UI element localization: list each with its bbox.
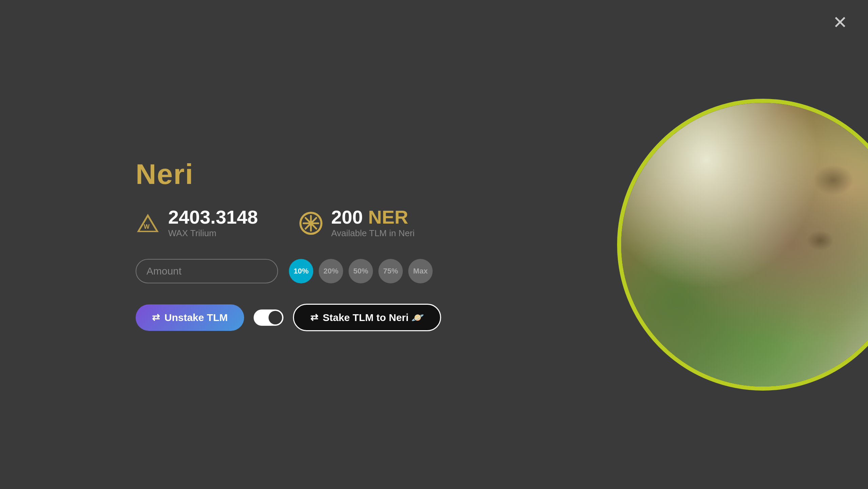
ner-stat-text: 200 NER Available TLM in Neri	[331, 208, 415, 239]
toggle-switch[interactable]	[254, 309, 283, 326]
svg-text:W: W	[144, 223, 150, 230]
percent-buttons: 10% 20% 50% 75% Max	[289, 259, 433, 283]
planet-title: Neri	[136, 158, 441, 191]
ner-label: Available TLM in Neri	[331, 228, 415, 239]
input-row: 10% 20% 50% 75% Max	[136, 259, 441, 283]
percent-50-button[interactable]: 50%	[349, 259, 373, 283]
wax-icon: W	[136, 211, 160, 236]
wax-value: 2403.3148	[168, 208, 258, 227]
ner-icon	[299, 211, 323, 236]
planet-image	[621, 103, 868, 387]
close-button[interactable]: ✕	[833, 14, 848, 31]
modal-content: Neri W 2403.3148 WAX Trilium	[136, 158, 441, 331]
stake-icon: ⇄	[310, 312, 318, 323]
stake-label: Stake TLM to Neri 🪐	[323, 312, 424, 323]
amount-input[interactable]	[136, 259, 278, 283]
toggle-knob	[269, 311, 282, 324]
ner-value: 200 NER	[331, 208, 415, 227]
stake-button[interactable]: ⇄ Stake TLM to Neri 🪐	[293, 304, 441, 331]
percent-10-button[interactable]: 10%	[289, 259, 313, 283]
percent-75-button[interactable]: 75%	[378, 259, 403, 283]
unstake-button[interactable]: ⇄ Unstake TLM	[136, 304, 244, 331]
percent-max-button[interactable]: Max	[408, 259, 433, 283]
unstake-label: Unstake TLM	[164, 312, 228, 323]
percent-20-button[interactable]: 20%	[319, 259, 343, 283]
ner-stat: 200 NER Available TLM in Neri	[299, 208, 415, 239]
unstake-icon: ⇄	[152, 312, 160, 323]
svg-point-9	[309, 221, 313, 226]
wax-label: WAX Trilium	[168, 228, 258, 239]
stats-row: W 2403.3148 WAX Trilium	[136, 208, 441, 239]
wax-stat-text: 2403.3148 WAX Trilium	[168, 208, 258, 239]
wax-stat: W 2403.3148 WAX Trilium	[136, 208, 258, 239]
actions-row: ⇄ Unstake TLM ⇄ Stake TLM to Neri 🪐	[136, 304, 441, 331]
toggle-track[interactable]	[254, 309, 283, 326]
